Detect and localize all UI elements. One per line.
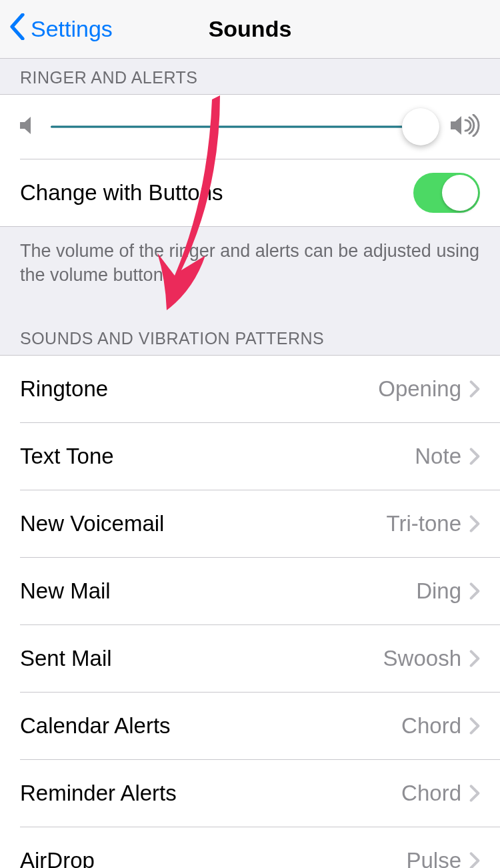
row-text-tone[interactable]: Text ToneNote — [0, 423, 500, 490]
change-with-buttons-label: Change with Buttons — [20, 180, 413, 205]
row-new-mail[interactable]: New MailDing — [0, 558, 500, 624]
row-calendar-alerts[interactable]: Calendar AlertsChord — [0, 693, 500, 759]
volume-slider[interactable] — [51, 113, 436, 140]
back-label: Settings — [31, 16, 113, 42]
row-label: Ringtone — [20, 376, 378, 402]
row-value: Tri-tone — [387, 511, 461, 536]
row-value: Chord — [401, 781, 461, 806]
slider-thumb[interactable] — [402, 108, 439, 145]
row-reminder-alerts[interactable]: Reminder AlertsChord — [0, 760, 500, 827]
row-value: Pulse — [406, 848, 461, 868]
row-value: Opening — [378, 376, 461, 402]
row-label: Calendar Alerts — [20, 713, 401, 739]
row-new-voicemail[interactable]: New VoicemailTri-tone — [0, 490, 500, 557]
row-ringtone[interactable]: RingtoneOpening — [0, 356, 500, 422]
chevron-right-icon — [469, 784, 480, 803]
row-label: Text Tone — [20, 444, 415, 469]
row-airdrop[interactable]: AirDropPulse — [0, 827, 500, 868]
row-sent-mail[interactable]: Sent MailSwoosh — [0, 625, 500, 692]
row-label: Sent Mail — [20, 646, 383, 671]
chevron-right-icon — [469, 582, 480, 600]
row-label: Reminder Alerts — [20, 781, 401, 806]
section-footer-ringer: The volume of the ringer and alerts can … — [0, 227, 500, 294]
group-ringer: Change with Buttons — [0, 94, 500, 227]
row-value: Chord — [401, 713, 461, 739]
group-patterns: RingtoneOpeningText ToneNoteNew Voicemai… — [0, 355, 500, 868]
change-with-buttons-toggle[interactable] — [413, 173, 480, 213]
row-value: Note — [415, 444, 461, 469]
speaker-max-icon — [451, 114, 480, 139]
section-header-patterns: Sounds and Vibration Patterns — [0, 294, 500, 355]
chevron-right-icon — [469, 380, 480, 398]
row-value: Swoosh — [383, 646, 461, 671]
chevron-right-icon — [469, 514, 480, 533]
row-value: Ding — [416, 578, 461, 604]
nav-bar: Settings Sounds — [0, 0, 500, 59]
speaker-min-icon — [20, 116, 36, 137]
chevron-left-icon — [9, 13, 31, 45]
section-header-ringer: Ringer and Alerts — [0, 59, 500, 94]
back-button[interactable]: Settings — [0, 13, 113, 45]
chevron-right-icon — [469, 851, 480, 868]
chevron-right-icon — [469, 649, 480, 668]
row-label: New Mail — [20, 578, 416, 604]
row-label: AirDrop — [20, 848, 406, 868]
row-label: New Voicemail — [20, 511, 387, 536]
chevron-right-icon — [469, 717, 480, 735]
row-change-with-buttons[interactable]: Change with Buttons — [0, 159, 500, 226]
volume-slider-row — [0, 95, 500, 159]
chevron-right-icon — [469, 447, 480, 466]
